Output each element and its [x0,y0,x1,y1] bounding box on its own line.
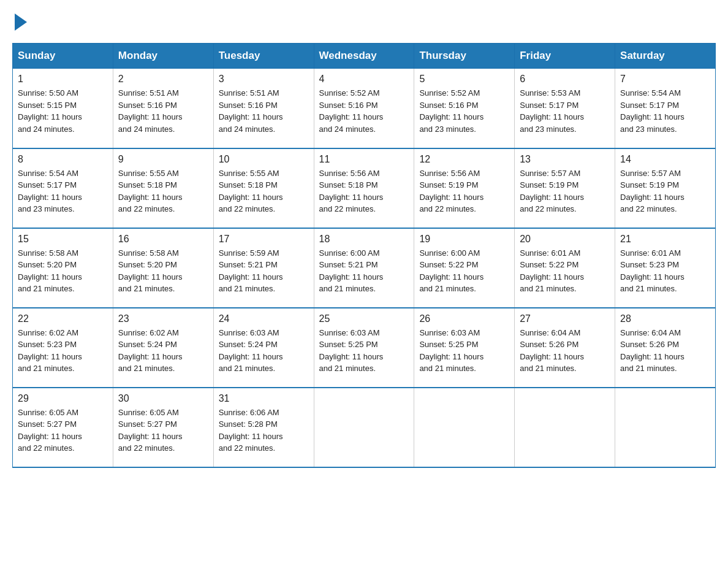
day-info: Sunrise: 6:01 AM Sunset: 5:23 PM Dayligh… [620,247,710,295]
day-cell-9: 9 Sunrise: 5:55 AM Sunset: 5:18 PM Dayli… [113,148,213,228]
day-number: 25 [319,313,409,324]
day-info: Sunrise: 6:04 AM Sunset: 5:26 PM Dayligh… [620,327,710,375]
week-row-2: 8 Sunrise: 5:54 AM Sunset: 5:17 PM Dayli… [13,148,716,228]
day-number: 18 [319,234,409,245]
day-info: Sunrise: 5:53 AM Sunset: 5:17 PM Dayligh… [520,87,610,135]
day-info: Sunrise: 6:01 AM Sunset: 5:22 PM Dayligh… [520,247,610,295]
day-cell-19: 19 Sunrise: 6:00 AM Sunset: 5:22 PM Dayl… [414,228,515,308]
week-row-5: 29 Sunrise: 6:05 AM Sunset: 5:27 PM Dayl… [13,388,716,467]
day-number: 19 [419,234,509,245]
day-info: Sunrise: 6:03 AM Sunset: 5:25 PM Dayligh… [319,327,409,375]
weekday-header-sunday: Sunday [13,44,113,69]
day-info: Sunrise: 6:00 AM Sunset: 5:22 PM Dayligh… [419,247,509,295]
day-info: Sunrise: 6:00 AM Sunset: 5:21 PM Dayligh… [319,247,409,295]
day-number: 27 [520,313,610,324]
day-number: 6 [520,74,610,85]
day-cell-5: 5 Sunrise: 5:52 AM Sunset: 5:16 PM Dayli… [414,69,515,148]
day-number: 23 [118,313,208,324]
day-info: Sunrise: 5:52 AM Sunset: 5:16 PM Dayligh… [319,87,409,135]
day-info: Sunrise: 5:59 AM Sunset: 5:21 PM Dayligh… [219,247,309,295]
day-number: 30 [118,393,208,404]
day-cell-23: 23 Sunrise: 6:02 AM Sunset: 5:24 PM Dayl… [113,308,213,388]
day-number: 20 [520,234,610,245]
weekday-header-saturday: Saturday [615,44,716,69]
day-number: 3 [219,74,309,85]
day-number: 29 [18,393,108,404]
day-cell-16: 16 Sunrise: 5:58 AM Sunset: 5:20 PM Dayl… [113,228,213,308]
day-info: Sunrise: 6:04 AM Sunset: 5:26 PM Dayligh… [520,327,610,375]
day-number: 26 [419,313,509,324]
day-cell-15: 15 Sunrise: 5:58 AM Sunset: 5:20 PM Dayl… [13,228,113,308]
day-cell-12: 12 Sunrise: 5:56 AM Sunset: 5:19 PM Dayl… [414,148,515,228]
logo [12,12,29,31]
day-info: Sunrise: 6:03 AM Sunset: 5:25 PM Dayligh… [419,327,509,375]
day-info: Sunrise: 6:03 AM Sunset: 5:24 PM Dayligh… [219,327,309,375]
empty-cell [615,388,716,467]
day-cell-31: 31 Sunrise: 6:06 AM Sunset: 5:28 PM Dayl… [213,388,314,467]
weekday-header-friday: Friday [515,44,615,69]
day-info: Sunrise: 5:57 AM Sunset: 5:19 PM Dayligh… [620,167,710,215]
day-info: Sunrise: 5:58 AM Sunset: 5:20 PM Dayligh… [118,247,208,295]
page-header [12,12,716,31]
day-info: Sunrise: 5:56 AM Sunset: 5:19 PM Dayligh… [419,167,509,215]
week-row-1: 1 Sunrise: 5:50 AM Sunset: 5:15 PM Dayli… [13,69,716,148]
day-number: 31 [219,393,309,404]
day-cell-30: 30 Sunrise: 6:05 AM Sunset: 5:27 PM Dayl… [113,388,213,467]
day-number: 22 [18,313,108,324]
weekday-header-monday: Monday [113,44,213,69]
weekday-header-wednesday: Wednesday [314,44,414,69]
day-cell-13: 13 Sunrise: 5:57 AM Sunset: 5:19 PM Dayl… [515,148,615,228]
day-cell-28: 28 Sunrise: 6:04 AM Sunset: 5:26 PM Dayl… [615,308,716,388]
day-cell-1: 1 Sunrise: 5:50 AM Sunset: 5:15 PM Dayli… [13,69,113,148]
day-info: Sunrise: 6:06 AM Sunset: 5:28 PM Dayligh… [219,407,309,454]
day-info: Sunrise: 6:02 AM Sunset: 5:24 PM Dayligh… [118,327,208,375]
day-cell-29: 29 Sunrise: 6:05 AM Sunset: 5:27 PM Dayl… [13,388,113,467]
empty-cell [414,388,515,467]
day-number: 12 [419,154,509,165]
day-number: 24 [219,313,309,324]
calendar-body: 1 Sunrise: 5:50 AM Sunset: 5:15 PM Dayli… [13,69,716,467]
day-number: 16 [118,234,208,245]
calendar-header: SundayMondayTuesdayWednesdayThursdayFrid… [13,44,716,69]
week-row-3: 15 Sunrise: 5:58 AM Sunset: 5:20 PM Dayl… [13,228,716,308]
day-info: Sunrise: 5:51 AM Sunset: 5:16 PM Dayligh… [118,87,208,135]
day-cell-27: 27 Sunrise: 6:04 AM Sunset: 5:26 PM Dayl… [515,308,615,388]
day-number: 11 [319,154,409,165]
day-info: Sunrise: 5:57 AM Sunset: 5:19 PM Dayligh… [520,167,610,215]
week-row-4: 22 Sunrise: 6:02 AM Sunset: 5:23 PM Dayl… [13,308,716,388]
day-info: Sunrise: 5:54 AM Sunset: 5:17 PM Dayligh… [18,167,108,215]
day-cell-2: 2 Sunrise: 5:51 AM Sunset: 5:16 PM Dayli… [113,69,213,148]
day-info: Sunrise: 6:05 AM Sunset: 5:27 PM Dayligh… [18,407,108,454]
logo-arrow-icon [15,13,27,31]
day-cell-18: 18 Sunrise: 6:00 AM Sunset: 5:21 PM Dayl… [314,228,414,308]
day-number: 28 [620,313,710,324]
day-number: 15 [18,234,108,245]
weekday-header-row: SundayMondayTuesdayWednesdayThursdayFrid… [13,44,716,69]
day-cell-4: 4 Sunrise: 5:52 AM Sunset: 5:16 PM Dayli… [314,69,414,148]
day-cell-25: 25 Sunrise: 6:03 AM Sunset: 5:25 PM Dayl… [314,308,414,388]
day-cell-17: 17 Sunrise: 5:59 AM Sunset: 5:21 PM Dayl… [213,228,314,308]
day-cell-6: 6 Sunrise: 5:53 AM Sunset: 5:17 PM Dayli… [515,69,615,148]
day-number: 14 [620,154,710,165]
day-number: 9 [118,154,208,165]
day-cell-24: 24 Sunrise: 6:03 AM Sunset: 5:24 PM Dayl… [213,308,314,388]
day-cell-14: 14 Sunrise: 5:57 AM Sunset: 5:19 PM Dayl… [615,148,716,228]
day-cell-8: 8 Sunrise: 5:54 AM Sunset: 5:17 PM Dayli… [13,148,113,228]
weekday-header-tuesday: Tuesday [213,44,314,69]
empty-cell [314,388,414,467]
day-info: Sunrise: 5:52 AM Sunset: 5:16 PM Dayligh… [419,87,509,135]
day-cell-21: 21 Sunrise: 6:01 AM Sunset: 5:23 PM Dayl… [615,228,716,308]
day-cell-20: 20 Sunrise: 6:01 AM Sunset: 5:22 PM Dayl… [515,228,615,308]
day-cell-22: 22 Sunrise: 6:02 AM Sunset: 5:23 PM Dayl… [13,308,113,388]
weekday-header-thursday: Thursday [414,44,515,69]
day-info: Sunrise: 5:58 AM Sunset: 5:20 PM Dayligh… [18,247,108,295]
day-number: 10 [219,154,309,165]
day-info: Sunrise: 5:55 AM Sunset: 5:18 PM Dayligh… [118,167,208,215]
day-number: 5 [419,74,509,85]
day-cell-10: 10 Sunrise: 5:55 AM Sunset: 5:18 PM Dayl… [213,148,314,228]
day-number: 8 [18,154,108,165]
day-info: Sunrise: 5:56 AM Sunset: 5:18 PM Dayligh… [319,167,409,215]
day-info: Sunrise: 5:55 AM Sunset: 5:18 PM Dayligh… [219,167,309,215]
day-cell-11: 11 Sunrise: 5:56 AM Sunset: 5:18 PM Dayl… [314,148,414,228]
day-info: Sunrise: 6:05 AM Sunset: 5:27 PM Dayligh… [118,407,208,454]
